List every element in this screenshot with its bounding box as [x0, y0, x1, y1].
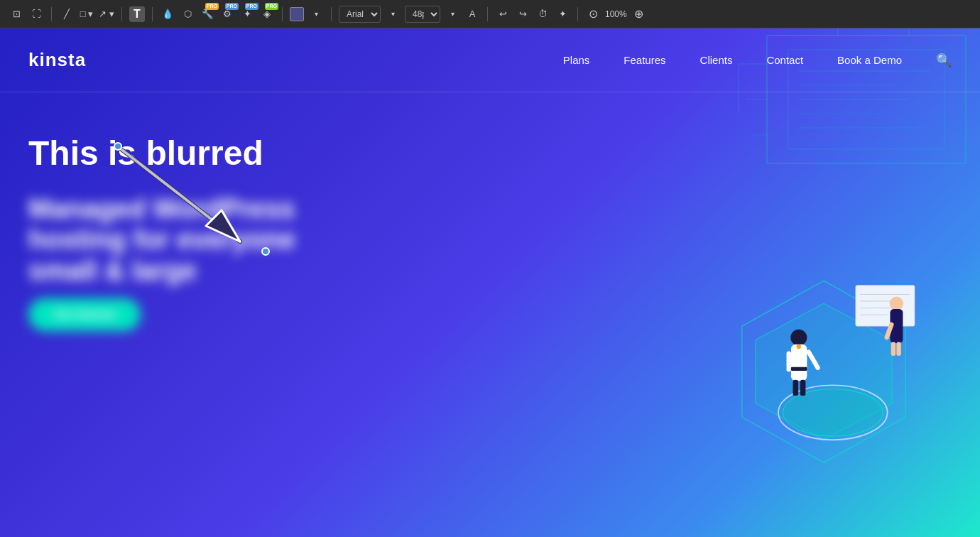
blurred-headline: Managed WordPresshosting for everyonesma…: [28, 194, 398, 287]
font-family-select[interactable]: Arial: [339, 6, 381, 23]
drop-icon[interactable]: 💧: [160, 6, 175, 22]
font-size-select[interactable]: 48px: [405, 6, 440, 23]
font-dropdown-icon[interactable]: ▾: [385, 6, 401, 22]
separator-6: [487, 7, 488, 21]
pro-badge-1: PRO: [205, 3, 219, 10]
svg-point-31: [797, 345, 801, 349]
svg-point-19: [783, 389, 883, 437]
logo: kinsta: [28, 49, 86, 71]
pencil-icon[interactable]: ╱: [59, 6, 75, 22]
color-swatch[interactable]: [290, 7, 304, 21]
separator-3: [152, 7, 153, 21]
svg-rect-30: [787, 351, 791, 371]
svg-rect-36: [896, 342, 900, 356]
navbar: kinsta Plans Features Clients Contact Bo…: [0, 28, 980, 92]
image-crop-icon[interactable]: ⛶: [28, 6, 44, 22]
blurred-content-block: Managed WordPresshosting for everyonesma…: [28, 194, 398, 331]
zoom-percent: 100%: [605, 9, 627, 19]
blurred-cta-button[interactable]: Get Started: [28, 298, 141, 331]
hero-illustration: [639, 92, 980, 537]
redo-icon[interactable]: ↪: [515, 6, 530, 22]
color-dropdown-icon[interactable]: ▾: [308, 6, 324, 22]
nav-plans[interactable]: Plans: [563, 54, 590, 66]
arrow-icon[interactable]: ↗ ▾: [99, 6, 114, 22]
svg-rect-27: [793, 380, 798, 396]
separator-2: [121, 7, 122, 21]
pro-badge-2: PRO: [225, 3, 239, 10]
fit-screen-icon[interactable]: ⊡: [9, 6, 24, 22]
separator-4: [282, 7, 283, 21]
svg-rect-28: [800, 380, 806, 396]
search-icon[interactable]: 🔍: [936, 53, 952, 68]
nav-clients[interactable]: Clients: [700, 54, 733, 66]
svg-rect-20: [856, 286, 915, 327]
website-page: kinsta Plans Features Clients Contact Bo…: [0, 28, 980, 537]
nav-links: Plans Features Clients Contact Book a De…: [563, 54, 902, 66]
svg-point-33: [890, 297, 903, 310]
svg-rect-26: [791, 345, 807, 381]
pro-badge-4: PRO: [265, 3, 278, 10]
rectangle-icon[interactable]: □ ▾: [79, 6, 94, 22]
pro-tool-4[interactable]: ◈PRO: [259, 6, 275, 22]
svg-point-25: [790, 330, 807, 346]
svg-rect-32: [791, 367, 807, 371]
zoom-in-icon[interactable]: ⊕: [631, 6, 647, 22]
nav-contact[interactable]: Contact: [766, 54, 803, 66]
separator-7: [577, 7, 578, 21]
svg-rect-35: [891, 342, 895, 356]
separator-1: [51, 7, 52, 21]
font-size-dropdown-icon[interactable]: ▾: [445, 6, 460, 22]
magic-icon[interactable]: ✦: [555, 6, 570, 22]
shape-icon[interactable]: ⬡: [180, 6, 195, 22]
nav-features[interactable]: Features: [624, 54, 665, 66]
pro-tool-3[interactable]: ✦PRO: [239, 6, 255, 22]
undo-icon[interactable]: ↩: [495, 6, 511, 22]
separator-5: [331, 7, 332, 21]
history-icon[interactable]: ⏱: [535, 6, 550, 22]
text-icon[interactable]: T: [129, 6, 145, 22]
nav-book-demo[interactable]: Book a Demo: [837, 54, 902, 66]
hex-platform-svg: [668, 267, 980, 494]
zoom-fit-icon[interactable]: ⊙: [585, 6, 601, 22]
pro-tool-2[interactable]: ⚙PRO: [219, 6, 235, 22]
pro-tool-1[interactable]: 🔧PRO: [200, 6, 215, 22]
pro-badge-3: PRO: [245, 3, 258, 10]
toolbar: ⊡ ⛶ ╱ □ ▾ ↗ ▾ T 💧 ⬡ 🔧PRO ⚙PRO ✦PRO ◈PRO …: [0, 0, 980, 28]
antialiasing-label: A: [464, 6, 480, 22]
